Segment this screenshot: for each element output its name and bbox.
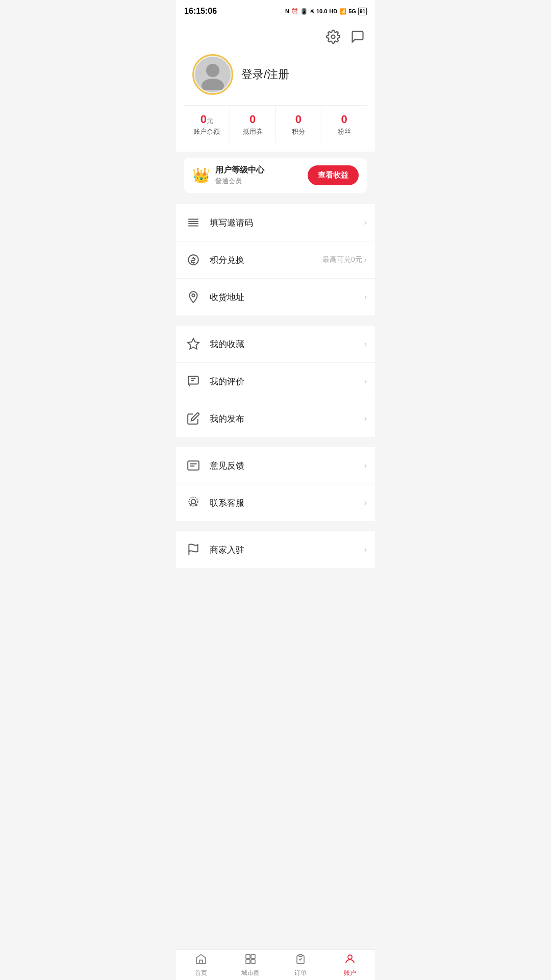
vip-card[interactable]: 👑 用户等级中心 普通会员 查看收益 — [184, 158, 367, 193]
nav-city-label: 城市圈 — [241, 969, 260, 977]
home-icon — [195, 953, 207, 967]
menu-item-address[interactable]: 收货地址 › — [176, 279, 375, 315]
bottom-nav: 首页 城市圈 订单 账户 — [176, 949, 375, 980]
menu-group-3: 意见反馈 › 联系客服 › — [176, 447, 375, 521]
chevron-icon: › — [364, 255, 367, 264]
hd-icon: HD — [329, 8, 337, 14]
svg-rect-25 — [251, 960, 255, 964]
stat-points-num: 0 — [276, 113, 321, 126]
service-label: 联系客服 — [210, 497, 364, 509]
svg-rect-21 — [199, 960, 203, 964]
nav-home[interactable]: 首页 — [176, 950, 226, 980]
stat-fans-label: 粉丝 — [321, 127, 367, 136]
invite-code-right: › — [364, 218, 367, 227]
nav-city[interactable]: 城市圈 — [226, 950, 276, 980]
header-actions — [184, 28, 367, 46]
svg-rect-22 — [246, 954, 250, 959]
crown-icon: 👑 — [192, 167, 210, 184]
menu-item-publish[interactable]: 我的发布 › — [176, 400, 375, 437]
battery-icon: 91 — [358, 8, 367, 15]
stat-points[interactable]: 0 积分 — [276, 106, 322, 143]
nfc-icon: N — [285, 8, 289, 14]
orders-icon — [294, 953, 307, 967]
stat-balance[interactable]: 0元 账户余额 — [184, 106, 230, 143]
comment-icon — [184, 372, 203, 390]
merchant-right: › — [364, 545, 367, 554]
vip-info: 👑 用户等级中心 普通会员 — [192, 165, 264, 186]
favorites-right: › — [364, 339, 367, 349]
menu-item-points-exchange[interactable]: 积分兑换 最高可兑0元 › — [176, 241, 375, 279]
list-icon — [184, 213, 203, 232]
svg-marker-11 — [188, 338, 199, 349]
status-time: 16:15:06 — [184, 7, 217, 16]
reviews-right: › — [364, 377, 367, 386]
menu-item-reviews[interactable]: 我的评价 › — [176, 363, 375, 400]
nav-account[interactable]: 账户 — [325, 950, 375, 980]
svg-rect-15 — [188, 461, 199, 470]
menu-item-merchant[interactable]: 商家入驻 › — [176, 531, 375, 568]
svg-point-1 — [206, 64, 219, 77]
section-gap-1 — [176, 315, 375, 321]
login-register-text[interactable]: 登录/注册 — [241, 67, 289, 82]
nav-orders[interactable]: 订单 — [276, 950, 325, 980]
stat-points-label: 积分 — [276, 127, 321, 136]
menu-group-1: 填写邀请码 › 积分兑换 最高可兑0元 › — [176, 204, 375, 315]
star-icon — [184, 335, 203, 353]
section-gap-2 — [176, 437, 375, 442]
message-button[interactable] — [348, 28, 367, 46]
feedback-right: › — [364, 461, 367, 470]
service-right: › — [364, 498, 367, 507]
points-exchange-label: 积分兑换 — [210, 254, 322, 266]
stat-fans-num: 0 — [321, 113, 367, 126]
stat-balance-label: 账户余额 — [184, 127, 230, 136]
svg-rect-12 — [188, 376, 198, 384]
svg-rect-26 — [299, 954, 302, 957]
chevron-icon: › — [364, 218, 367, 227]
svg-point-2 — [202, 79, 224, 90]
merchant-label: 商家入驻 — [210, 544, 364, 556]
stat-voucher[interactable]: 0 抵用券 — [230, 106, 276, 143]
svg-point-10 — [192, 294, 194, 297]
nav-account-label: 账户 — [344, 969, 356, 977]
chevron-icon: › — [364, 461, 367, 470]
header: 登录/注册 0元 账户余额 0 抵用券 0 积分 0 粉丝 — [176, 22, 375, 152]
menu-group-2: 我的收藏 › 我的评价 › — [176, 326, 375, 437]
favorites-label: 我的收藏 — [210, 338, 364, 350]
feedback-icon — [184, 456, 203, 475]
coins-icon — [184, 251, 203, 269]
stat-fans[interactable]: 0 粉丝 — [321, 106, 367, 143]
chevron-icon: › — [364, 545, 367, 554]
menu-item-invite-code[interactable]: 填写邀请码 › — [176, 204, 375, 241]
publish-label: 我的发布 — [210, 413, 364, 425]
avatar[interactable] — [192, 54, 233, 95]
status-icons: N ⏰ 📳 ✳ 10.0 HD 📶 5G 91 — [285, 8, 367, 15]
points-exchange-right: 最高可兑0元 › — [322, 255, 367, 264]
vip-earnings-button[interactable]: 查看收益 — [308, 165, 359, 185]
stat-voucher-num: 0 — [230, 113, 276, 126]
menu-item-service[interactable]: 联系客服 › — [176, 484, 375, 521]
vip-sub: 普通会员 — [215, 177, 264, 186]
vip-section: 👑 用户等级中心 普通会员 查看收益 — [176, 152, 375, 199]
points-exchange-hint: 最高可兑0元 — [322, 255, 362, 264]
vibrate-icon: 📳 — [300, 8, 308, 15]
section-gap-3 — [176, 521, 375, 526]
location-icon — [184, 288, 203, 306]
nav-orders-label: 订单 — [294, 969, 307, 977]
settings-button[interactable] — [324, 28, 342, 46]
chevron-icon: › — [364, 292, 367, 302]
svg-point-27 — [348, 955, 352, 959]
svg-rect-23 — [251, 954, 255, 959]
wifi-icon: 📶 — [339, 8, 346, 15]
svg-point-0 — [332, 35, 335, 39]
city-icon — [244, 953, 257, 967]
menu-item-favorites[interactable]: 我的收藏 › — [176, 326, 375, 363]
vip-title: 用户等级中心 — [215, 165, 264, 176]
svg-rect-24 — [246, 960, 250, 964]
nav-home-label: 首页 — [195, 969, 207, 977]
profile-section[interactable]: 登录/注册 — [184, 54, 367, 105]
account-icon — [344, 953, 356, 967]
edit-icon — [184, 409, 203, 428]
menu-item-feedback[interactable]: 意见反馈 › — [176, 447, 375, 484]
stat-voucher-label: 抵用券 — [230, 127, 276, 136]
reviews-label: 我的评价 — [210, 376, 364, 387]
